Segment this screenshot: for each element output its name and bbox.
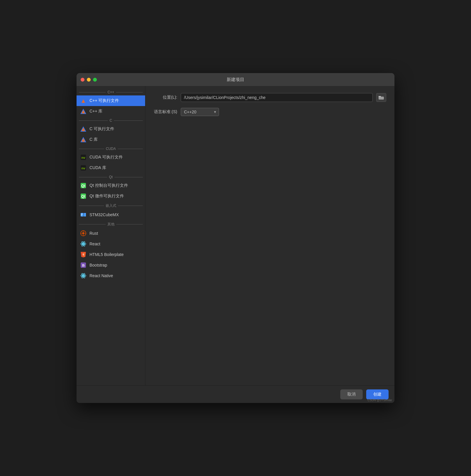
language-select[interactable]: C++11 C++14 C++17 C++20 C++23	[181, 108, 219, 116]
svg-rect-20	[82, 214, 82, 214]
folder-browse-button[interactable]	[376, 93, 386, 102]
sidebar-item-cuda-exe[interactable]: nv CUDA 可执行文件	[77, 152, 145, 163]
traffic-lights	[81, 78, 97, 82]
language-label: 语言标准:(S)	[154, 109, 177, 115]
svg-rect-19	[81, 215, 82, 216]
group-label-other: 其他	[77, 220, 145, 228]
sidebar-item-c-lib[interactable]: C 库	[77, 134, 145, 145]
svg-rect-17	[84, 213, 86, 216]
svg-text:nv: nv	[82, 156, 86, 159]
sidebar-item-label: STM32CubeMX	[89, 212, 119, 217]
maximize-button[interactable]	[93, 78, 97, 82]
svg-text:Qt: Qt	[81, 184, 85, 188]
svg-text:B: B	[82, 263, 85, 267]
group-label-cuda: CUDA	[77, 145, 145, 152]
sidebar-item-bootstrap[interactable]: B Bootstrap	[77, 260, 145, 270]
c-lib-icon	[80, 136, 87, 143]
cuda-icon: nv	[80, 154, 87, 161]
bootstrap-icon: B	[80, 262, 87, 268]
sidebar-item-cpp-lib[interactable]: C++ 库	[77, 106, 145, 117]
language-select-wrapper: C++11 C++14 C++17 C++20 C++23 ▼	[181, 108, 219, 116]
sidebar-item-qt-console[interactable]: Qt Qt 控制台可执行文件	[77, 180, 145, 191]
bottom-bar: 取消 创建 CSDN @JYSimilar	[77, 385, 394, 403]
sidebar-item-cpp-exe[interactable]: C++ 可执行文件	[77, 95, 145, 106]
dialog-title: 新建项目	[227, 77, 244, 82]
sidebar-item-c-exe[interactable]: C 可执行文件	[77, 124, 145, 134]
group-label-cpp: C++	[77, 88, 145, 95]
react-native-icon	[80, 272, 87, 279]
svg-rect-41	[379, 96, 381, 97]
svg-rect-18	[81, 214, 82, 214]
sidebar-item-react[interactable]: React	[77, 239, 145, 249]
location-row: 位置(L):	[154, 93, 386, 102]
svg-text:5: 5	[82, 253, 84, 256]
sidebar-item-label: CUDA 库	[89, 165, 106, 171]
right-panel: 位置(L): 语言标准:(S) C++11 C++14 C++17	[145, 86, 394, 385]
svg-text:nv: nv	[82, 166, 86, 170]
sidebar-item-label: CUDA 可执行文件	[89, 155, 123, 160]
location-input[interactable]	[181, 93, 373, 102]
title-bar: 新建项目	[77, 73, 394, 86]
close-button[interactable]	[81, 78, 84, 82]
group-label-embedded: 嵌入式	[77, 201, 145, 209]
sidebar-item-label: C++ 库	[89, 109, 102, 114]
qt-icon: Qt	[80, 182, 87, 189]
create-button[interactable]: 创建	[366, 389, 389, 399]
sidebar-item-label: C 库	[89, 137, 98, 142]
sidebar-item-rust[interactable]: Rust	[77, 228, 145, 239]
c-triangle-icon	[80, 126, 87, 132]
html5-icon: 5	[80, 251, 87, 258]
project-type-sidebar: C++ C++ 可执行文件 C++ 库	[77, 86, 145, 385]
minimize-button[interactable]	[87, 78, 91, 82]
svg-point-36	[83, 275, 84, 277]
sidebar-item-label: Bootstrap	[89, 263, 107, 267]
dialog-body: C++ C++ 可执行文件 C++ 库	[77, 86, 394, 385]
sidebar-item-qt-widget[interactable]: Qt Qt 微件可执行文件	[77, 191, 145, 201]
rust-icon	[80, 230, 87, 237]
sidebar-item-react-native[interactable]: React Native	[77, 270, 145, 281]
group-label-qt: Qt	[77, 173, 145, 180]
sidebar-item-label: C++ 可执行文件	[89, 98, 119, 103]
sidebar-item-label: Qt 微件可执行文件	[89, 194, 124, 199]
sidebar-item-html5[interactable]: 5 HTML5 Boilerplate	[77, 249, 145, 260]
svg-text:Qt: Qt	[81, 194, 85, 199]
qt-widget-icon: Qt	[80, 193, 87, 199]
sidebar-item-stm32[interactable]: STM32CubeMX	[77, 209, 145, 220]
new-project-dialog: 新建项目 C++ C++ 可执行文件	[77, 73, 394, 403]
language-row: 语言标准:(S) C++11 C++14 C++17 C++20 C++23 ▼	[154, 108, 386, 116]
cpp-triangle-icon	[80, 97, 87, 104]
watermark: CSDN @JYSimilar	[368, 399, 392, 402]
stm32-icon	[80, 211, 87, 218]
sidebar-item-label: Rust	[89, 231, 98, 236]
sidebar-item-label: React	[89, 242, 100, 246]
sidebar-item-cuda-lib[interactable]: nv CUDA 库	[77, 163, 145, 173]
cancel-button[interactable]: 取消	[340, 389, 363, 399]
cpp-lib-icon	[80, 108, 87, 115]
svg-point-27	[83, 243, 84, 245]
react-icon	[80, 241, 87, 247]
svg-rect-16	[81, 213, 84, 216]
sidebar-item-label: React Native	[89, 273, 113, 278]
cuda-lib-icon: nv	[80, 165, 87, 171]
sidebar-item-label: C 可执行文件	[89, 126, 114, 132]
svg-point-22	[82, 232, 84, 234]
group-label-c: C	[77, 117, 145, 124]
location-label: 位置(L):	[154, 95, 177, 100]
sidebar-item-label: HTML5 Boilerplate	[89, 252, 124, 257]
sidebar-item-label: Qt 控制台可执行文件	[89, 183, 128, 188]
